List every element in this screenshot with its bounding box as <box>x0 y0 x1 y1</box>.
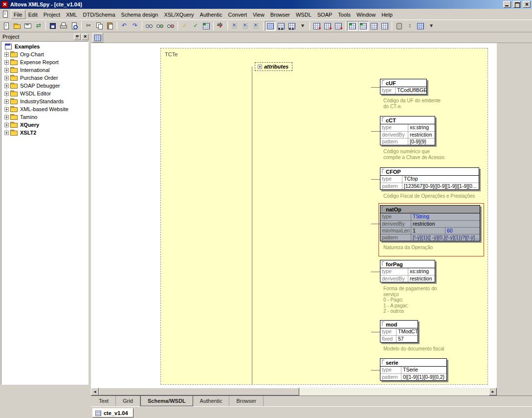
replace-button[interactable] <box>165 21 176 31</box>
tree-item-expense-report[interactable]: Expense Report <box>1 58 88 66</box>
view-tab-schema-wsdl[interactable]: Schema/WSDL <box>140 396 193 406</box>
table-edit-button[interactable] <box>358 21 369 31</box>
expand-icon[interactable] <box>4 84 9 88</box>
toolbar-options-2-button[interactable]: ▾ <box>426 21 437 31</box>
tree-item-purchase-order[interactable]: Purchase Order <box>1 74 88 82</box>
element-box-natop[interactable]: natOptypeTStringderivedByrestrictionmin/… <box>380 205 480 241</box>
undo-button[interactable]: ↶ <box>119 21 130 31</box>
validate-button[interactable]: ✓ <box>190 21 201 31</box>
view-tab-text[interactable]: Text <box>92 396 116 406</box>
menu-help[interactable]: Help <box>378 10 396 19</box>
scroll-thumb[interactable] <box>99 388 299 395</box>
pretty-print-button[interactable] <box>229 21 240 31</box>
view-tab-browser[interactable]: Browser <box>229 396 263 406</box>
menu-soap[interactable]: SOAP <box>314 10 335 19</box>
tree-item-international[interactable]: International <box>1 66 88 74</box>
expand-icon[interactable] <box>4 107 9 112</box>
menu-project[interactable]: Project <box>41 10 63 19</box>
maximize-button[interactable] <box>513 1 521 8</box>
reload-button[interactable]: ⇄ <box>33 21 44 31</box>
menu-authentic[interactable]: Authentic <box>197 10 225 19</box>
database-query-button[interactable] <box>394 21 404 31</box>
expand-icon[interactable] <box>4 76 9 80</box>
filter-button[interactable] <box>415 21 426 31</box>
expand-icon[interactable] <box>4 92 9 96</box>
menu-wsdl[interactable]: WSDL <box>293 10 314 19</box>
save-button[interactable] <box>47 21 58 31</box>
find-button[interactable] <box>144 21 155 31</box>
find-next-button[interactable] <box>155 21 165 31</box>
menu-view[interactable]: View <box>250 10 267 19</box>
check-wellformed-button[interactable]: ✓ <box>179 21 190 31</box>
menu-convert[interactable]: Convert <box>225 10 250 19</box>
print-button[interactable] <box>58 21 69 31</box>
grid-view-button[interactable] <box>265 21 276 31</box>
schema-display-config-button[interactable] <box>92 33 103 43</box>
tree-item-industrystandards[interactable]: IndustryStandards <box>1 97 88 105</box>
element-box-cfop[interactable]: CFOPtypeTCfoppattern[123567][0-9]([0-9][… <box>380 167 479 190</box>
expand-icon[interactable] <box>4 115 9 119</box>
assign-schema-button[interactable] <box>201 21 212 31</box>
tree-item-wsdl-editor[interactable]: WSDL Editor <box>1 90 88 97</box>
menu-dtd-schema[interactable]: DTD/Schema <box>80 10 118 19</box>
menu-browser[interactable]: Browser <box>267 10 293 19</box>
menu-xml[interactable]: XML <box>63 10 80 19</box>
file-tab-cte-v1-04[interactable]: cte_v1.04 <box>92 408 133 418</box>
child-window-icon[interactable] <box>1 10 9 18</box>
send-mail-button[interactable] <box>22 21 33 31</box>
toolbar-options-1-button[interactable]: ▾ <box>297 21 308 31</box>
tree-item-org-chart[interactable]: Org-Chart <box>1 50 88 58</box>
cut-button[interactable]: ✂ <box>83 21 94 31</box>
indent-in-button[interactable] <box>240 21 251 31</box>
schema-canvas[interactable]: TCTe attributes cUFtypeTCodUfIBGECódigo … <box>91 43 497 388</box>
expand-icon[interactable] <box>4 131 9 135</box>
print-preview-button[interactable] <box>69 21 80 31</box>
tree-item-xml-based-website[interactable]: XML-based Website <box>1 105 88 113</box>
table-mode-button[interactable] <box>347 21 358 31</box>
open-file-button[interactable] <box>12 21 22 31</box>
copy-button[interactable] <box>94 21 105 31</box>
add-attribute-button[interactable] <box>333 21 344 31</box>
show-large-entry-button[interactable] <box>276 21 287 31</box>
expand-icon[interactable] <box>258 65 262 69</box>
redo-button[interactable]: ↷ <box>130 21 140 31</box>
expand-icon[interactable] <box>4 52 9 57</box>
minimize-button[interactable] <box>503 1 511 8</box>
tree-item-tamino[interactable]: Tamino <box>1 113 88 121</box>
scroll-right-button[interactable]: ► <box>489 388 497 395</box>
menu-window[interactable]: Window <box>354 10 378 19</box>
scroll-left-button[interactable]: ◄ <box>91 388 99 395</box>
element-box-mod[interactable]: modtypeTModCTfixed57 <box>380 320 418 343</box>
expand-icon[interactable] <box>4 60 9 65</box>
expand-icon[interactable] <box>4 99 9 104</box>
panel-close-icon[interactable] <box>82 34 89 40</box>
expand-icon[interactable] <box>4 123 9 127</box>
menu-tools[interactable]: Tools <box>335 10 354 19</box>
attributes-box[interactable]: attributes <box>255 62 292 71</box>
menu-file[interactable]: File <box>11 10 25 19</box>
tree-item-soap-debugger[interactable]: SOAP Debugger <box>1 82 88 90</box>
menu-xsl-xquery[interactable]: XSL/XQuery <box>161 10 197 19</box>
table-insert-row-button[interactable] <box>369 21 379 31</box>
spelling-button[interactable] <box>215 21 226 31</box>
indent-out-button[interactable] <box>251 21 262 31</box>
tree-item-xquery[interactable]: XQuery <box>1 121 88 129</box>
insert-element-button[interactable] <box>311 21 322 31</box>
horizontal-scrollbar[interactable]: ◄ ► <box>91 388 497 395</box>
element-box-serie[interactable]: serietypeTSeriepattern0|[1-9]{1}[0-9]{0,… <box>380 358 447 381</box>
tree-item-xslt2[interactable]: XSLT2 <box>1 129 88 137</box>
sort-button[interactable]: ↕ <box>404 21 415 31</box>
element-box-forpag[interactable]: forPagtypexs:stringderivedByrestriction <box>380 260 435 282</box>
menu-edit[interactable]: Edit <box>25 10 41 19</box>
expand-icon[interactable] <box>4 68 9 72</box>
tree-root-examples[interactable]: Examples <box>1 43 88 50</box>
menu-schema-design[interactable]: Schema design <box>118 10 161 19</box>
show-compact-view-button[interactable] <box>287 21 297 31</box>
element-box-cuf[interactable]: cUFtypeTCodUfIBGE <box>380 79 427 94</box>
append-element-button[interactable] <box>322 21 333 31</box>
view-tab-authentic[interactable]: Authentic <box>193 396 230 406</box>
pin-icon[interactable] <box>74 34 81 40</box>
table-delete-row-button[interactable] <box>379 21 390 31</box>
paste-button[interactable] <box>105 21 115 31</box>
view-tab-grid[interactable]: Grid <box>116 396 140 406</box>
